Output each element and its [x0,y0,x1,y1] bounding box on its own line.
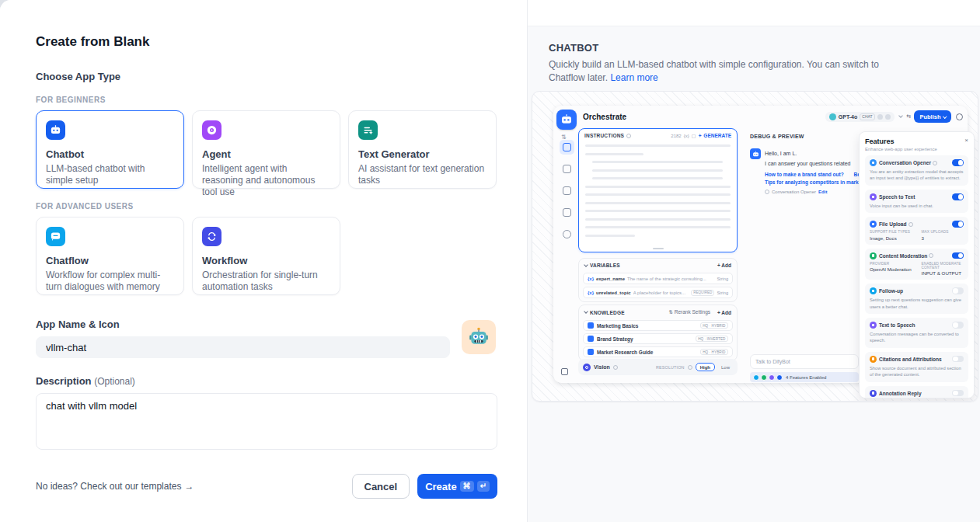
chevron-down-icon [898,113,903,118]
description-label: Description (Optional) [36,375,497,387]
app-type-info-panel: CHATBOT Quickly build an LLM-based chatb… [527,0,980,522]
chatbot-preview-image: ⇅ Orchestrate GPT-4o CHAT ⇆ Publish [532,91,978,402]
chevron-down-icon [584,309,588,314]
templates-link[interactable]: No ideas? Check out our templates→ [36,481,194,492]
preview-bottom-checkbox-icon [561,368,568,375]
app-name-label: App Name & Icon [36,318,450,330]
follow-up-icon [870,287,877,294]
resolution-low-option: Low [718,364,733,371]
app-type-card-workflow[interactable]: Workflow Orchestration for single-turn a… [192,217,340,295]
for-beginners-label: FOR BEGINNERS [36,96,497,104]
feature-follow-up: Follow-up Setting up next questions sugg… [865,284,968,314]
debug-preview-title: DEBUG & PREVIEW [750,134,804,139]
resolution-high-option: High [696,363,715,371]
rail-prompt-icon [560,140,574,155]
citations-icon [870,356,877,363]
feature-mini-icon [769,374,775,381]
edit-link: Edit [818,190,827,194]
card-title: Agent [202,148,330,160]
model-provider-icon [829,113,836,120]
feature-speech-to-text: Speech to Text Voice input can be used i… [865,190,968,213]
suggested-question: Tips for analyzing competitors in market [765,179,863,185]
close-icon: × [964,137,968,144]
chatflow-icon [46,227,65,246]
right-panel-header-strip [528,0,980,26]
vision-icon [583,364,591,371]
card-title: Workflow [202,255,330,266]
preview-publish-button: Publish [914,110,951,123]
feature-toggle [952,193,964,200]
info-icon [929,253,933,258]
description-textarea[interactable]: chat with vllm model [36,393,497,450]
app-icon-picker-button[interactable] [462,320,496,354]
preview-app-icon [556,110,577,130]
card-desc: Workflow for complex multi-turn dialogue… [46,270,174,293]
chevron-down-icon [584,263,588,267]
feature-annotation-reply: Annotation Reply [865,386,968,398]
preview-vision-row: Vision RESOLUTION High Low [578,359,738,375]
cancel-button[interactable]: Cancel [352,474,410,499]
bot-avatar [750,148,761,159]
annotation-reply-icon [870,390,877,397]
sparkle-icon [698,134,702,137]
info-icon [626,134,631,138]
rail-notes-icon [563,208,571,217]
create-app-dialog: Create from Blank Choose App Type FOR BE… [0,0,980,522]
index-mode-badge: HQ · HYBRID [700,349,728,355]
beginner-app-type-cards: Chatbot LLM-based chatbot with simple se… [36,110,497,189]
info-icon [933,161,937,165]
for-advanced-users-label: FOR ADVANCED USERS [36,202,497,211]
opener-icon [765,190,769,194]
variables-token-icon: {x} [684,134,689,138]
variable-token-icon: {x} [588,291,594,295]
features-enabled-pill: 4 Features Enabled [750,372,859,382]
card-desc: LLM-based chatbot with simple setup [46,163,174,186]
add-variable-button: + Add [717,263,731,268]
card-title: Chatbot [46,148,174,160]
feature-file-upload: File Upload SUPPORT FILE TYPESImage, Doc… [865,217,968,245]
chevron-down-icon [943,114,947,118]
microphone-icon [870,193,877,200]
feature-mini-icon [776,374,783,381]
app-type-card-agent[interactable]: Agent Intelligent agent with reasoning a… [192,110,340,189]
resize-handle [653,248,664,249]
tune-icon: ⇆ [907,113,912,120]
model-params-icon [885,114,891,120]
feature-toggle [952,159,964,166]
card-desc: Intelligent agent with reasoning and aut… [202,163,330,198]
robot-emoji-icon [468,326,490,348]
preview-chat-input: Talk to DifyBot [750,354,859,369]
feature-text-to-speech: Text to Speech Conversation messages can… [865,318,968,348]
app-type-card-chatflow[interactable]: Chatflow Workflow for complex multi-turn… [36,217,184,295]
knowledge-row: Brand Strategy HQ · INVERTED [583,333,733,344]
info-description: Quickly build an LLM-based chatbot with … [549,58,897,85]
create-button[interactable]: Create ⌘ ↵ [417,474,497,499]
create-button-label: Create [425,481,456,492]
dataset-icon [588,322,594,329]
variable-token-icon: {x} [588,277,594,281]
preview-instructions-panel: INSTRUCTIONS 2182 {x} ▢ GENERATE [578,128,738,252]
variable-row: {x} expert_name The name of the strategi… [583,273,733,284]
agent-icon [202,120,221,140]
learn-more-link[interactable]: Learn more [610,72,657,83]
app-name-input[interactable] [36,336,450,358]
app-type-card-text-generator[interactable]: Text Generator AI assistant for text gen… [348,110,497,189]
token-count: 2182 [671,134,681,138]
preview-chat-message: Hello, I am L. I can answer your questio… [750,148,867,194]
content-moderation-icon [870,252,877,259]
info-icon [909,222,913,227]
history-icon [956,113,963,120]
preview-features-panel: Features × Enhance web-app user experien… [859,131,975,398]
index-mode-badge: HQ · HYBRID [700,322,728,329]
model-settings-icon [877,114,883,120]
card-desc: AI assistant for text generation tasks [358,163,487,186]
feature-toggle [952,287,964,294]
text-to-speech-icon [870,322,877,329]
card-desc: Orchestration for single-turn automation… [202,270,330,293]
app-type-card-chatbot[interactable]: Chatbot LLM-based chatbot with simple se… [36,110,184,189]
feature-mini-icon [753,374,759,381]
rail-image-icon [563,165,571,173]
card-title: Chatflow [46,255,174,266]
feature-citations: Citations and Attributions Show source d… [865,352,968,382]
feature-mini-icon [761,374,767,381]
